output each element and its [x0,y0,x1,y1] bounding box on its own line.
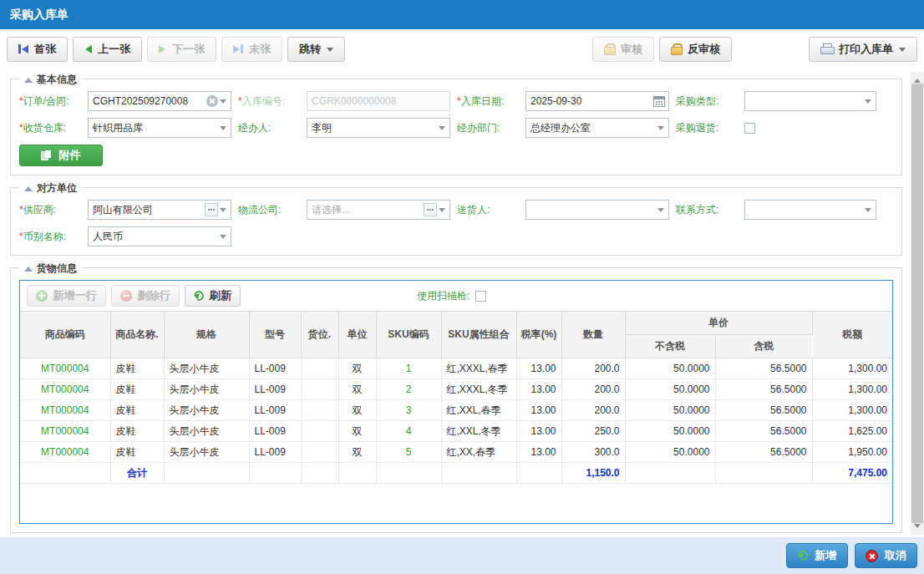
purchase-return-field: 采购退货: [676,121,895,135]
table-row[interactable]: MT000004皮鞋头层小牛皮LL-009双3红,XXL,春季13.00200.… [20,400,892,421]
contact-label: 联系方式: [676,203,744,217]
basic-info-header[interactable]: 基本信息 [19,73,82,87]
table-row[interactable]: MT000004皮鞋头层小牛皮LL-009双2红,XXXL,冬季13.00200… [20,379,892,400]
deliverer-select[interactable] [525,200,669,220]
purchase-type-field: 采购类型: [676,91,895,111]
purchase-return-checkbox[interactable] [744,123,755,134]
table-row[interactable]: MT000004皮鞋头层小牛皮LL-009双5红,XX,春季13.00300.0… [20,442,892,463]
browse-icon[interactable] [205,203,218,216]
cell-tax-rate: 13.00 [516,379,561,400]
chevron-down-icon[interactable] [220,99,226,107]
new-button[interactable]: 新增 [786,543,848,568]
col-header-sku-code[interactable]: SKU编码 [376,312,441,358]
table-row[interactable]: MT000004皮鞋头层小牛皮LL-009双1红,XXXL,春季13.00200… [20,358,892,379]
goods-header[interactable]: 货物信息 [19,262,82,276]
warehouse-field: *收货仓库: 针织用品库 [19,118,238,138]
cell-product-code: MT000004 [20,442,110,463]
cell-tax-rate: 13.00 [516,442,561,463]
add-row-label: 新增一行 [53,288,97,303]
counterparty-title: 对方单位 [37,181,77,196]
chevron-down-icon[interactable] [220,126,226,134]
chevron-down-icon[interactable] [865,208,871,216]
col-header-price-excl-tax[interactable]: 不含税 [625,335,715,358]
cell-model: LL-009 [249,421,301,442]
chevron-down-icon[interactable] [865,99,871,107]
cell-product-name: 皮鞋 [110,421,164,442]
cell-product-code: MT000004 [20,421,110,442]
col-header-tax-amount[interactable]: 税额 [812,312,892,358]
chevron-down-icon[interactable] [439,126,445,134]
prev-record-button[interactable]: 上一张 [73,37,142,62]
col-header-quantity[interactable]: 数量 [561,312,625,358]
prev-record-label: 上一张 [98,42,130,57]
calendar-icon[interactable] [653,96,665,107]
clear-icon[interactable] [206,95,218,107]
vertical-scrollbar[interactable] [911,72,924,535]
footer-bar: 新增 取消 [0,537,924,574]
col-header-tax-rate[interactable]: 税率(%) [516,312,561,358]
department-select[interactable]: 总经理办公室 [525,118,669,138]
cell-price-excl-tax: 50.0000 [625,400,715,421]
purchase-type-select[interactable] [744,91,876,111]
scrollbar-thumb[interactable] [911,84,923,523]
scroll-down-icon[interactable] [914,524,921,531]
audit-button[interactable]: 审核 [592,37,654,62]
inbound-date-input[interactable]: 2025-09-30 [525,91,669,111]
cell-spec: 头层小牛皮 [164,442,249,463]
order-contract-value: CGHT202509270008 [89,95,206,107]
supplier-combo[interactable]: 阿山有限公司 [88,200,231,220]
table-row[interactable]: MT000004皮鞋头层小牛皮LL-009双4红,XXL,冬季13.00250.… [20,421,892,442]
chevron-down-icon[interactable] [657,126,664,134]
goods-table: 商品编码 商品名称. 规格 型号 货位. 单位 SKU编码 SKU属性组合 税率… [20,311,892,484]
col-header-price-incl-tax[interactable]: 含税 [715,335,812,358]
col-header-model[interactable]: 型号 [249,312,301,358]
goods-grid-toolbar: 新增一行 删除行 刷新 使用扫描枪: [20,281,892,311]
inbound-no-field: *入库编号: CGRK0000000008 [238,91,457,111]
cancel-button[interactable]: 取消 [855,543,917,568]
currency-select[interactable]: 人民币 [88,226,231,246]
counterparty-header[interactable]: 对方单位 [19,181,82,196]
cell-product-name: 皮鞋 [110,400,164,421]
scanner-option: 使用扫描枪: [417,289,486,303]
contact-select[interactable] [744,200,876,220]
unaudit-button[interactable]: 反审核 [659,37,732,62]
print-inbound-button[interactable]: 打印入库单 [809,37,917,62]
col-header-unit-price-group: 单价 [625,312,812,335]
col-header-location[interactable]: 货位. [301,312,338,358]
inbound-no-value: CGRK0000000008 [307,95,449,107]
attachment-button[interactable]: 附件 [19,145,103,166]
chevron-down-icon[interactable] [220,208,226,216]
last-record-button[interactable]: 末张 [221,37,282,62]
col-header-spec[interactable]: 规格 [164,312,249,358]
cell-unit: 双 [338,421,376,442]
scanner-checkbox[interactable] [475,291,486,302]
col-header-product-code[interactable]: 商品编码 [20,312,110,358]
cell-location [301,379,338,400]
cell-model: LL-009 [249,442,301,463]
first-record-button[interactable]: 首张 [7,37,68,62]
chevron-down-icon[interactable] [439,208,445,216]
cell-empty [625,463,715,484]
cell-empty [715,463,812,484]
plus-circle-icon [36,290,48,302]
col-header-unit[interactable]: 单位 [338,312,376,358]
cell-price-excl-tax: 50.0000 [625,421,715,442]
next-record-button[interactable]: 下一张 [147,37,216,62]
logistics-combo[interactable]: 请选择... [307,200,450,220]
refresh-button[interactable]: 刷新 [185,285,241,307]
browse-icon[interactable] [424,203,437,216]
cell-spec: 头层小牛皮 [164,379,249,400]
warehouse-select[interactable]: 针织用品库 [88,118,231,138]
add-row-button[interactable]: 新增一行 [27,285,106,307]
last-record-icon [233,44,243,53]
chevron-down-icon[interactable] [220,235,226,242]
order-contract-combo[interactable]: CGHT202509270008 [88,91,231,111]
jump-button[interactable]: 跳转 [287,37,345,62]
col-header-sku-attrs[interactable]: SKU属性组合 [441,312,516,358]
handler-select[interactable]: 李明 [307,118,450,138]
scroll-up-icon[interactable] [914,75,921,83]
chevron-down-icon[interactable] [657,208,664,216]
col-header-product-name[interactable]: 商品名称. [110,312,164,358]
cell-empty [301,463,338,484]
delete-row-button[interactable]: 删除行 [111,285,180,307]
